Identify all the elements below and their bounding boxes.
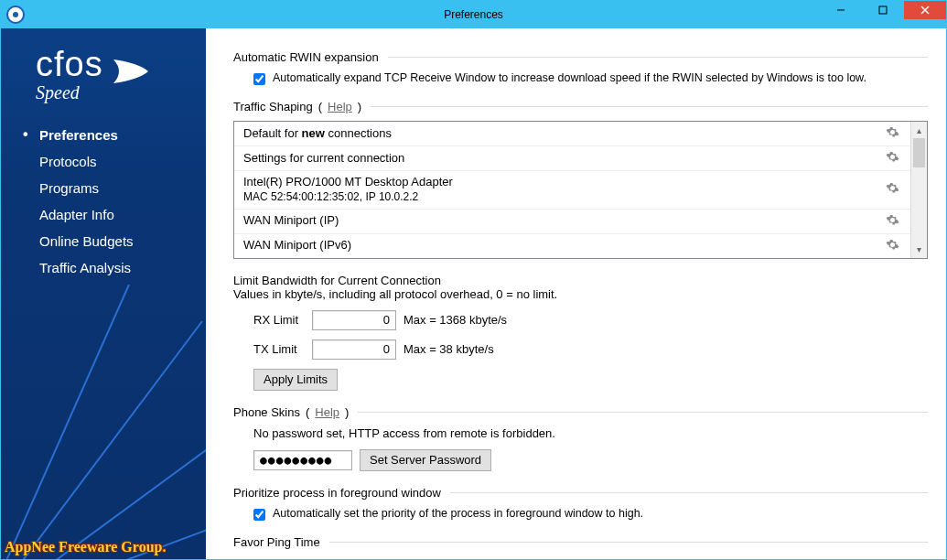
priority-checkbox-row[interactable]: Automatically set the priority of the pr…: [233, 507, 928, 521]
rx-input[interactable]: [312, 310, 396, 330]
close-button[interactable]: [904, 1, 946, 19]
bandwidth-title: Limit Bandwidth for Current Connection: [233, 274, 441, 287]
nav-item-traffic-analysis[interactable]: Traffic Analysis: [1, 254, 206, 281]
section-title-favor-ping: Favor Ping Time: [233, 535, 320, 549]
scroll-up-icon[interactable]: ▴: [911, 122, 927, 138]
nav-list: Preferences Protocols Programs Adapter I…: [1, 116, 206, 281]
svg-line-8: [1, 413, 206, 559]
maximize-button[interactable]: [862, 1, 904, 19]
priority-checkbox[interactable]: [253, 509, 265, 521]
gear-icon[interactable]: [886, 181, 899, 198]
svg-line-6: [1, 285, 129, 559]
section-traffic-shaping: Traffic Shaping (Help) Default for new c…: [233, 100, 928, 259]
set-password-button[interactable]: Set Server Password: [360, 449, 491, 471]
traffic-list-box: Default for new connections Settings for…: [233, 121, 928, 259]
traffic-row-label: Settings for current connection: [243, 151, 404, 166]
logo-arrow-icon: [112, 58, 152, 88]
section-title-rwin: Automatic RWIN expansion: [233, 50, 379, 64]
rwin-checkbox[interactable]: [253, 73, 265, 85]
divider: [329, 542, 928, 543]
divider: [358, 412, 928, 413]
server-password-input[interactable]: [253, 450, 352, 470]
watermark: AppNee Freeware Group.: [5, 539, 166, 555]
traffic-row-label: WAN Miniport (IPv6): [243, 238, 351, 253]
section-title-phone: Phone Skins: [233, 405, 300, 419]
rwin-checkbox-label: Automatically expand TCP Receive Window …: [273, 71, 866, 84]
svg-point-1: [13, 12, 18, 17]
traffic-row-default[interactable]: Default for new connections: [234, 122, 910, 146]
rx-max: Max = 1368 kbyte/s: [404, 313, 507, 327]
section-title-priority: Prioritize process in foreground window: [233, 486, 441, 500]
title-bar: Preferences: [1, 1, 946, 28]
logo-name: cfos: [36, 45, 103, 83]
nav-item-preferences[interactable]: Preferences: [1, 122, 206, 148]
tx-input[interactable]: [312, 339, 396, 360]
phone-help-link[interactable]: Help: [315, 405, 339, 419]
scroll-thumb[interactable]: [913, 138, 925, 167]
traffic-help-link[interactable]: Help: [328, 100, 352, 113]
svg-line-7: [1, 321, 202, 559]
traffic-row-wan-ipv6[interactable]: WAN Miniport (IPv6): [234, 234, 910, 258]
traffic-row-intel[interactable]: Intel(R) PRO/1000 MT Desktop Adapter MAC…: [234, 171, 910, 210]
logo: cfos Speed: [1, 28, 206, 116]
nav-item-adapter-info[interactable]: Adapter Info: [1, 201, 206, 228]
traffic-row-label: WAN Miniport (IP): [243, 213, 339, 228]
nav-item-programs[interactable]: Programs: [1, 175, 206, 201]
section-favor-ping: Favor Ping Time: [233, 535, 928, 549]
decorative-rays: [1, 285, 206, 559]
tx-max: Max = 38 kbyte/s: [404, 342, 494, 356]
rx-label: RX Limit: [253, 313, 305, 327]
app-icon: [5, 4, 27, 26]
divider: [371, 106, 928, 107]
nav-item-online-budgets[interactable]: Online Budgets: [1, 228, 206, 254]
nav-item-protocols[interactable]: Protocols: [1, 148, 206, 175]
traffic-row-label: Intel(R) PRO/1000 MT Desktop Adapter MAC…: [243, 175, 453, 205]
gear-icon[interactable]: [886, 213, 899, 230]
window-controls: [820, 1, 946, 21]
tx-label: TX Limit: [253, 342, 305, 356]
section-bandwidth: Limit Bandwidth for Current Connection V…: [233, 274, 928, 391]
traffic-row-wan-ip[interactable]: WAN Miniport (IP): [234, 210, 910, 234]
phone-desc: No password set, HTTP access from remote…: [253, 426, 928, 440]
priority-checkbox-label: Automatically set the priority of the pr…: [273, 507, 643, 520]
apply-limits-button[interactable]: Apply Limits: [253, 369, 338, 391]
section-priority: Prioritize process in foreground window …: [233, 486, 928, 521]
minimize-button[interactable]: [820, 1, 862, 19]
gear-icon[interactable]: [886, 125, 899, 142]
window-title: Preferences: [444, 8, 503, 21]
scroll-down-icon[interactable]: ▾: [911, 242, 927, 258]
svg-rect-3: [879, 6, 887, 14]
gear-icon[interactable]: [886, 150, 899, 167]
bandwidth-desc: Values in kbyte/s, including all protoco…: [233, 287, 557, 301]
divider: [388, 57, 928, 58]
traffic-row-label: Default for new connections: [243, 126, 392, 141]
tx-row: TX Limit Max = 38 kbyte/s: [253, 339, 928, 360]
gear-icon[interactable]: [886, 238, 899, 254]
rx-row: RX Limit Max = 1368 kbyte/s: [253, 310, 928, 330]
sidebar: cfos Speed Preferences Protocols Program…: [1, 28, 206, 559]
section-title-traffic: Traffic Shaping: [233, 100, 313, 113]
section-phone-skins: Phone Skins (Help) No password set, HTTP…: [233, 405, 928, 471]
content-area: Automatic RWIN expansion Automatically e…: [206, 28, 946, 559]
traffic-row-current[interactable]: Settings for current connection: [234, 146, 910, 171]
section-rwin: Automatic RWIN expansion Automatically e…: [233, 50, 928, 85]
divider: [450, 492, 928, 493]
scrollbar[interactable]: ▴ ▾: [910, 122, 927, 258]
rwin-checkbox-row[interactable]: Automatically expand TCP Receive Window …: [233, 71, 928, 85]
